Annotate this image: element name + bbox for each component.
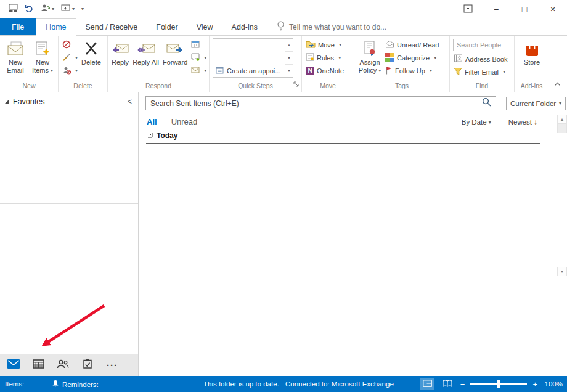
minimize-folder-pane-icon[interactable]: <: [128, 97, 132, 106]
tell-me-box[interactable]: Tell me what you want to do...: [277, 18, 386, 35]
gallery-more-icon[interactable]: ▼: [285, 65, 293, 77]
ignore-button[interactable]: [60, 38, 80, 51]
filter-email-button[interactable]: Filter Email: [452, 65, 513, 78]
onenote-button[interactable]: N OneNote: [304, 64, 346, 77]
address-book-button[interactable]: Address Book: [452, 52, 513, 65]
tab-view[interactable]: View: [187, 18, 222, 35]
follow-up-button[interactable]: Follow Up: [383, 64, 441, 77]
people-icon: [57, 359, 69, 371]
reading-view-button[interactable]: [440, 378, 455, 390]
zoom-level-button[interactable]: 100%: [543, 380, 563, 388]
send-receive-all-button[interactable]: ▾: [41, 4, 54, 15]
items-count-label: Items:: [5, 380, 24, 388]
scrollbar-down-icon[interactable]: ▼: [557, 267, 567, 276]
move-icon: [306, 40, 316, 49]
quick-steps-scroll: ▲ ▼ ▼: [285, 38, 293, 78]
tab-file[interactable]: File: [0, 18, 36, 35]
ribbon-group-tags: Assign Policy Unread/ Read Categorize Fo…: [354, 36, 450, 92]
ribbon-group-quick-steps: Create an appoi... ▲ ▼ ▼ Quick Steps: [210, 36, 302, 92]
connection-status-label[interactable]: Connected to: Microsoft Exchange: [285, 380, 394, 388]
appointment-icon: [216, 67, 224, 75]
im-button[interactable]: [189, 51, 208, 64]
rules-button[interactable]: Rules: [304, 51, 346, 64]
nav-people-button[interactable]: [51, 354, 75, 376]
nav-more-button[interactable]: ···: [100, 354, 124, 376]
collapse-ribbon-icon[interactable]: [554, 78, 561, 89]
zoom-slider[interactable]: [470, 380, 527, 388]
zoom-in-button[interactable]: +: [532, 380, 537, 389]
assign-policy-button[interactable]: Assign Policy: [356, 38, 383, 75]
maximize-button[interactable]: □: [510, 0, 539, 18]
normal-view-icon: [423, 380, 432, 388]
quick-steps-dialog-launcher-icon[interactable]: [293, 79, 300, 90]
scroll-up-icon[interactable]: ▲: [285, 39, 293, 52]
ribbon-group-move: Move Rules N OneNote Move: [302, 36, 354, 92]
favorites-header[interactable]: Favorites <: [0, 92, 138, 108]
touch-mode-button[interactable]: ▾: [61, 4, 75, 15]
forward-icon: [166, 39, 184, 59]
store-button[interactable]: Store: [522, 38, 542, 67]
new-items-button[interactable]: New Items: [29, 38, 56, 75]
meeting-icon: [191, 40, 200, 49]
tab-send-receive[interactable]: Send / Receive: [76, 18, 147, 35]
close-button[interactable]: ×: [539, 0, 567, 18]
reply-all-icon: [137, 39, 155, 59]
app-menu-button[interactable]: [9, 4, 18, 15]
tab-folder[interactable]: Folder: [147, 18, 187, 35]
delete-button[interactable]: Delete: [80, 38, 103, 67]
filter-all-tab[interactable]: All: [147, 117, 157, 126]
move-button[interactable]: Move: [304, 38, 346, 51]
search-box[interactable]: [145, 96, 496, 110]
filter-unread-tab[interactable]: Unread: [171, 117, 198, 126]
reply-button[interactable]: Reply: [110, 38, 131, 67]
search-people-input[interactable]: [453, 39, 513, 51]
sort-order-button[interactable]: Newest ↓: [508, 118, 537, 126]
unread-read-button[interactable]: Unread/ Read: [383, 38, 441, 51]
undo-button[interactable]: [25, 4, 34, 15]
reply-all-button[interactable]: Reply All: [131, 38, 161, 67]
quick-step-create-appointment[interactable]: Create an appoi...: [213, 65, 285, 77]
reply-all-label: Reply All: [133, 59, 159, 67]
scroll-down-icon[interactable]: ▼: [285, 52, 293, 65]
scrollbar-thumb[interactable]: [557, 124, 567, 133]
clean-up-icon: [62, 53, 71, 63]
scrollbar-up-icon[interactable]: ▲: [557, 115, 567, 124]
zoom-slider-thumb[interactable]: [497, 380, 500, 388]
customize-qat-button[interactable]: ▾: [81, 7, 84, 12]
delete-icon: [84, 39, 98, 59]
search-scope-dropdown[interactable]: Current Folder: [506, 97, 566, 110]
navigation-bar: ···: [0, 354, 138, 376]
tab-home[interactable]: Home: [36, 18, 76, 36]
search-icon[interactable]: [482, 97, 491, 109]
calendar-icon: [33, 359, 44, 371]
sort-by-dropdown[interactable]: By Date: [462, 118, 491, 126]
list-scrollbar[interactable]: ▲ ▼: [557, 115, 567, 276]
touch-mode-icon: [61, 4, 70, 15]
zoom-out-button[interactable]: −: [460, 380, 465, 389]
store-label: Store: [524, 59, 540, 67]
quick-steps-gallery: Create an appoi...: [213, 38, 285, 78]
reminders-status[interactable]: Reminders:: [52, 380, 99, 389]
more-respond-button[interactable]: [189, 64, 208, 77]
main-area: Favorites < ···: [0, 92, 567, 376]
store-icon: [524, 39, 540, 59]
ribbon-group-delete: Delete Delete: [59, 36, 108, 92]
clean-up-button[interactable]: [60, 51, 80, 64]
junk-button[interactable]: [60, 64, 80, 77]
minimize-button[interactable]: −: [482, 0, 510, 18]
meeting-button[interactable]: [189, 38, 208, 51]
new-email-button[interactable]: New Email: [2, 38, 29, 75]
ribbon-group-addins: Store Add-ins: [515, 36, 549, 92]
nav-mail-button[interactable]: [1, 354, 26, 376]
categorize-button[interactable]: Categorize: [383, 51, 441, 64]
group-label-delete: Delete: [59, 81, 107, 92]
date-group-header[interactable]: Today: [139, 128, 567, 141]
nav-calendar-button[interactable]: [26, 354, 51, 376]
nav-tasks-button[interactable]: [75, 354, 100, 376]
normal-view-button[interactable]: [420, 378, 434, 390]
filter-email-label: Filter Email: [465, 68, 499, 76]
search-input[interactable]: [150, 99, 482, 108]
ribbon-display-options-button[interactable]: [454, 0, 482, 18]
tab-addins[interactable]: Add-ins: [222, 18, 267, 35]
forward-button[interactable]: Forward: [161, 38, 189, 67]
